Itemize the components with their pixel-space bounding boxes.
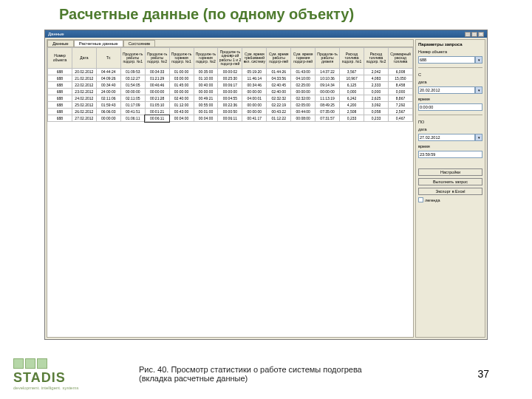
cell[interactable]: 23.02.2012 <box>72 89 96 95</box>
cell[interactable]: 00:00:00 <box>120 89 145 95</box>
cell[interactable]: 688 <box>48 75 72 82</box>
cell[interactable]: 04:44:24 <box>96 69 120 75</box>
close-button[interactable]: ✕ <box>478 32 484 37</box>
cell[interactable]: 07:31:57 <box>316 115 340 122</box>
cell[interactable]: 24.02.2012 <box>72 95 96 102</box>
cell[interactable]: 01:10:00 <box>194 75 218 82</box>
cell[interactable]: 00:43:00 <box>169 109 194 115</box>
cell[interactable]: 01:54:05 <box>120 82 145 89</box>
tab-calc-data[interactable]: Расчетные данные <box>74 40 123 47</box>
cell[interactable]: 00:41:17 <box>242 115 267 122</box>
cell[interactable]: 8,867 <box>388 95 412 102</box>
cell[interactable]: 11:13:19 <box>316 95 340 102</box>
cell[interactable]: 0,000 <box>388 89 412 95</box>
cell[interactable]: 0,467 <box>388 115 412 122</box>
table-row[interactable]: 68820.02.201204:44:2401:09:5300:34:3301:… <box>48 69 413 75</box>
cell[interactable]: 07:35:00 <box>316 109 340 115</box>
export-excel-button[interactable]: Экспорт в Excel <box>418 188 482 195</box>
cell[interactable]: 00:34:46 <box>242 82 267 89</box>
column-header[interactable]: Расход топлива подогр. №2 <box>364 48 388 69</box>
cell[interactable]: 00:44:00 <box>291 109 316 115</box>
column-header[interactable]: Продолж-ть работы дизеля <box>316 48 340 69</box>
chevron-down-icon[interactable]: ▾ <box>475 86 482 94</box>
cell[interactable]: 00:01:00 <box>194 109 218 115</box>
cell[interactable]: 688 <box>48 95 72 102</box>
cell[interactable]: 11:46:14 <box>242 75 267 82</box>
minimize-button[interactable]: _ <box>465 32 471 37</box>
cell[interactable]: 01:05:10 <box>145 102 169 109</box>
column-header[interactable]: Сум. время работы подогр-лей <box>267 48 291 69</box>
cell[interactable]: 0,233 <box>340 115 364 122</box>
cell[interactable]: 14:37:22 <box>316 69 340 75</box>
cell[interactable]: 21.02.2012 <box>72 75 96 82</box>
chevron-down-icon[interactable]: ▾ <box>475 56 482 64</box>
cell[interactable]: 15,050 <box>388 75 412 82</box>
cell[interactable]: 20.02.2012 <box>72 69 96 75</box>
cell[interactable]: 00:00:00 <box>242 109 267 115</box>
cell[interactable]: 26.02.2012 <box>72 109 96 115</box>
cell[interactable]: 00:22:36 <box>218 102 242 109</box>
cell[interactable]: 03:12:27 <box>120 75 145 82</box>
cell[interactable]: 00:04:00 <box>194 115 218 122</box>
column-header[interactable]: Дата <box>72 48 96 69</box>
cell[interactable]: 4,200 <box>340 102 364 109</box>
cell[interactable]: 00:40:00 <box>194 82 218 89</box>
from-time-input[interactable] <box>418 103 482 111</box>
legend-checkbox[interactable]: легенда <box>418 197 482 202</box>
cell[interactable]: 04:33:56 <box>267 75 291 82</box>
cell[interactable]: 00:00:00 <box>96 115 120 122</box>
cell[interactable]: 01:09:53 <box>120 69 145 75</box>
cell[interactable]: 00:01:21 <box>145 109 169 115</box>
column-header[interactable]: Продолж-ть горения подогр. №2 <box>194 48 218 69</box>
cell[interactable]: 0,000 <box>364 89 388 95</box>
cell[interactable]: 00:06:11 <box>218 115 242 122</box>
cell[interactable]: 01:44:26 <box>267 69 291 75</box>
cell[interactable]: 00:25:30 <box>218 75 242 82</box>
cell[interactable]: 2,333 <box>364 82 388 89</box>
cell[interactable]: 00:00:00 <box>194 89 218 95</box>
cell[interactable]: 02:32:00 <box>291 95 316 102</box>
table-row[interactable]: 68822.02.201200:34:4001:54:0500:46:4601:… <box>48 82 413 89</box>
tab-data[interactable]: Данные <box>47 40 74 47</box>
cell[interactable]: 10:10:36 <box>316 75 340 82</box>
cell[interactable]: 00:00:00 <box>218 89 242 95</box>
cell[interactable]: 00:00:00 <box>242 89 267 95</box>
cell[interactable]: 0,233 <box>364 115 388 122</box>
column-header[interactable]: Продолж-ть работы подогр. №1 <box>120 48 145 69</box>
cell[interactable]: 8,458 <box>388 82 412 89</box>
cell[interactable]: 02:32:32 <box>267 95 291 102</box>
table-row[interactable]: 68821.02.201204:09:2603:12:2701:21:2903:… <box>48 75 413 82</box>
column-header[interactable]: Сум. время требований вкл. систему <box>242 48 267 69</box>
column-header[interactable]: Продолж-ть одновр-ой работы 1 и 2 подогр… <box>218 48 242 69</box>
cell[interactable]: 01:12:00 <box>169 102 194 109</box>
cell[interactable]: 2,508 <box>340 109 364 115</box>
cell[interactable]: 01:06:11 <box>120 115 145 122</box>
cell[interactable]: 688 <box>48 109 72 115</box>
maximize-button[interactable]: □ <box>471 32 477 37</box>
cell[interactable]: 6,242 <box>340 95 364 102</box>
cell[interactable]: 3,092 <box>364 102 388 109</box>
cell[interactable]: 02:25:00 <box>291 82 316 89</box>
table-row[interactable]: 68824.02.201202:11:0602:11:0500:21:2802:… <box>48 95 413 102</box>
cell[interactable]: 00:00:00 <box>316 89 340 95</box>
to-date-input[interactable] <box>418 134 475 141</box>
cell[interactable]: 24:00:00 <box>96 89 120 95</box>
cell[interactable]: 3,567 <box>340 69 364 75</box>
cell[interactable]: 01:43:00 <box>291 69 316 75</box>
cell[interactable]: 00:34:33 <box>145 69 169 75</box>
cell[interactable]: 01:17:09 <box>120 102 145 109</box>
settings-button[interactable]: Настройки <box>418 168 482 176</box>
cell[interactable]: 00:34:40 <box>96 82 120 89</box>
cell[interactable]: 02:40:00 <box>267 89 291 95</box>
cell[interactable]: 00:00:02 <box>218 69 242 75</box>
cell[interactable]: 03:00:00 <box>169 75 194 82</box>
cell[interactable]: 00:04:00 <box>169 115 194 122</box>
cell[interactable]: 02:11:06 <box>96 95 120 102</box>
cell[interactable]: 04:10:00 <box>291 75 316 82</box>
cell[interactable]: 00:06:17 <box>218 82 242 89</box>
cell[interactable]: 00:49:21 <box>194 95 218 102</box>
cell[interactable]: 00:55:00 <box>194 102 218 109</box>
cell[interactable]: 4,083 <box>364 75 388 82</box>
from-date-input[interactable] <box>418 86 475 94</box>
cell[interactable]: 22.02.2012 <box>72 82 96 89</box>
